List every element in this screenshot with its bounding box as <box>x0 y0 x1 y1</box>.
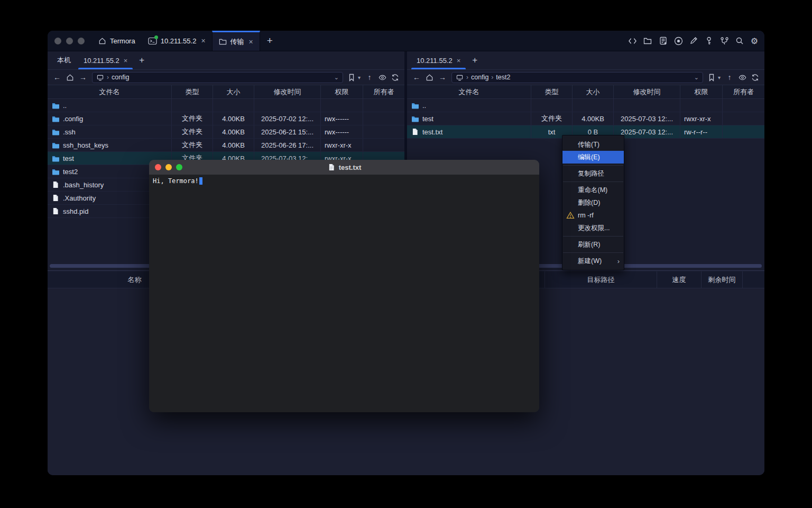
path-breadcrumb-field[interactable]: › config ⌄ <box>92 72 343 83</box>
menu-item-edit[interactable]: 编辑(E) <box>562 151 624 164</box>
forward-icon[interactable]: → <box>79 73 87 81</box>
editor-close-button[interactable] <box>155 164 161 170</box>
home-icon[interactable] <box>66 74 74 81</box>
editor-content[interactable]: Hi, Termora! <box>149 175 539 412</box>
bookmark-dropdown-caret-icon[interactable]: ▾ <box>358 75 361 80</box>
column-header-mtime[interactable]: 修改时间 <box>614 85 680 98</box>
editor-zoom-button[interactable] <box>176 164 182 170</box>
record-icon[interactable] <box>674 37 683 46</box>
add-panel-tab-button[interactable]: + <box>134 51 150 69</box>
table-row[interactable]: .config 文件夹 4.00KB 2025-07-02 12:... rwx… <box>48 112 404 125</box>
tab-home[interactable]: Termora <box>92 31 142 51</box>
window-controls[interactable] <box>48 31 92 51</box>
settings-gear-icon[interactable]: ⚙ <box>751 36 758 46</box>
column-header-perms[interactable]: 权限 <box>680 85 723 98</box>
column-header-owner[interactable]: 所有者 <box>723 85 764 98</box>
left-panel-tabs: 本机 10.211.55.2 × + <box>48 51 404 70</box>
show-hidden-eye-icon[interactable] <box>379 74 386 81</box>
column-header-mtime[interactable]: 修改时间 <box>254 85 321 98</box>
chevron-down-icon[interactable]: ⌄ <box>334 74 339 81</box>
table-row[interactable]: .ssh 文件夹 4.00KB 2025-06-21 15:... rwx---… <box>48 125 404 139</box>
folder-manager-icon[interactable] <box>643 37 652 46</box>
chevron-down-icon[interactable]: ⌄ <box>694 74 699 81</box>
forward-icon[interactable]: → <box>438 73 447 81</box>
breadcrumb-segment[interactable]: config <box>112 74 129 81</box>
editor-window-controls[interactable] <box>149 164 182 170</box>
edit-pencil-icon[interactable] <box>689 37 698 46</box>
file-name: .bash_history <box>63 181 104 189</box>
local-tab-label: 本机 <box>57 56 71 65</box>
transfer-column-destination[interactable]: 目标路径 <box>545 271 657 288</box>
editor-titlebar[interactable]: test.txt <box>149 160 539 175</box>
column-header-type[interactable]: 类型 <box>531 85 573 98</box>
table-row[interactable]: .. <box>407 99 764 112</box>
file-type <box>531 99 573 112</box>
transfer-column-speed[interactable]: 速度 <box>657 271 702 288</box>
transfer-column-remaining[interactable]: 剩余时间 <box>702 271 743 288</box>
file-owner <box>363 112 404 125</box>
bookmark-icon[interactable] <box>708 74 716 81</box>
breadcrumb-segment[interactable]: test2 <box>496 74 510 81</box>
document-icon <box>327 163 336 171</box>
table-row[interactable]: ssh_host_keys 文件夹 4.00KB 2025-06-26 17:.… <box>48 139 404 152</box>
column-header-size[interactable]: 大小 <box>573 85 614 98</box>
folder-icon <box>51 101 60 110</box>
path-breadcrumb-field[interactable]: › config › test2 ⌄ <box>451 72 703 83</box>
column-header-owner[interactable]: 所有者 <box>363 85 404 98</box>
key-icon[interactable] <box>705 37 714 46</box>
folder-icon <box>411 101 419 110</box>
breadcrumb-segment[interactable]: config <box>471 74 488 81</box>
menu-item-new[interactable]: 新建(W) › <box>562 255 624 267</box>
column-header-name[interactable]: 文件名 <box>407 85 531 98</box>
log-icon[interactable] <box>659 37 668 46</box>
menu-item-rename[interactable]: 重命名(M) <box>562 184 624 196</box>
close-icon[interactable]: × <box>124 57 128 65</box>
upload-icon[interactable]: ↑ <box>365 73 374 81</box>
menu-separator <box>563 236 623 237</box>
zoom-window-button[interactable] <box>78 38 85 44</box>
menu-item-transfer[interactable]: 传输(T) <box>562 138 624 151</box>
back-icon[interactable]: ← <box>53 73 61 81</box>
column-header-size[interactable]: 大小 <box>213 85 254 98</box>
column-header-perms[interactable]: 权限 <box>321 85 363 98</box>
new-tab-button[interactable]: + <box>260 31 280 51</box>
close-window-button[interactable] <box>54 38 61 44</box>
close-icon[interactable]: × <box>201 37 205 45</box>
code-snippets-icon[interactable] <box>628 37 637 46</box>
titlebar: Termora 10.211.55.2 × 传输 × + <box>48 31 764 51</box>
tab-terminal-session[interactable]: 10.211.55.2 × <box>142 31 212 51</box>
search-icon[interactable] <box>735 37 744 46</box>
home-icon[interactable] <box>426 74 433 81</box>
minimize-window-button[interactable] <box>66 38 73 44</box>
table-row[interactable]: test 文件夹 4.00KB 2025-07-03 12:... rwxr-x… <box>407 112 764 125</box>
chevron-right-icon: › <box>107 74 109 81</box>
close-icon[interactable]: × <box>457 57 461 65</box>
add-panel-tab-button[interactable]: + <box>467 51 483 69</box>
show-hidden-eye-icon[interactable] <box>739 74 746 81</box>
tab-remote-host[interactable]: 10.211.55.2 × <box>410 51 467 69</box>
back-icon[interactable]: ← <box>412 73 421 81</box>
close-icon[interactable]: × <box>249 38 253 46</box>
tab-local-machine[interactable]: 本机 <box>51 51 77 69</box>
file-owner <box>363 125 404 138</box>
file-name: .config <box>63 115 83 123</box>
column-header-type[interactable]: 类型 <box>172 85 213 98</box>
menu-item-rm-rf[interactable]: rm -rf <box>562 209 624 222</box>
tab-transfer[interactable]: 传输 × <box>212 31 260 51</box>
column-header-name[interactable]: 文件名 <box>48 85 172 98</box>
keychain-icon[interactable] <box>720 37 729 46</box>
menu-item-delete[interactable]: 删除(D) <box>562 196 624 209</box>
refresh-icon[interactable] <box>751 74 759 81</box>
editor-minimize-button[interactable] <box>165 164 172 170</box>
file-mtime: 2025-07-02 12:... <box>254 112 321 125</box>
tab-remote-host[interactable]: 10.211.55.2 × <box>77 51 134 69</box>
file-perms: rwxr-xr-x <box>680 112 723 125</box>
menu-item-copy-path[interactable]: 复制路径 <box>562 167 624 180</box>
table-row[interactable]: .. <box>48 99 404 112</box>
menu-item-refresh[interactable]: 刷新(R) <box>562 238 624 251</box>
bookmark-icon[interactable] <box>348 74 356 81</box>
refresh-icon[interactable] <box>391 74 399 81</box>
bookmark-dropdown-caret-icon[interactable]: ▾ <box>718 75 721 80</box>
upload-icon[interactable]: ↑ <box>725 73 734 81</box>
menu-item-chmod[interactable]: 更改权限... <box>562 222 624 234</box>
